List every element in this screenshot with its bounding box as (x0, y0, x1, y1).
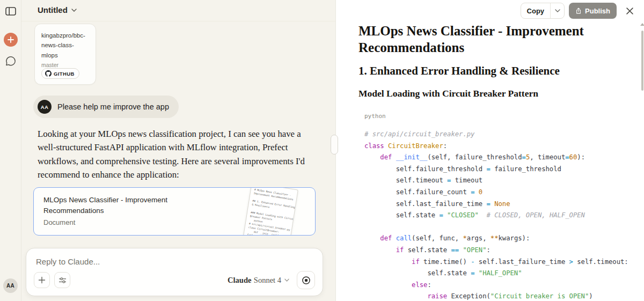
model-name: Claude (228, 276, 251, 284)
code-line: if self.state == "OPEN": (364, 245, 633, 256)
user-message-row: AA Please help me improve the app (33, 96, 179, 118)
github-icon (45, 70, 52, 77)
user-message-text: Please help me improve the app (57, 102, 169, 111)
document-title: MLOps News Classifier - Improvement Reco… (358, 23, 616, 56)
close-artifact-button[interactable] (622, 3, 637, 18)
code-block: # src/api/circuit_breaker.pyclass Circui… (364, 129, 633, 301)
artifact-scrollbar[interactable] (641, 31, 643, 91)
copy-split-button: Copy (521, 3, 565, 19)
record-icon (302, 276, 311, 285)
code-line: else: (364, 280, 633, 291)
artifact-toolbar: Copy Publish (521, 3, 637, 19)
app-window: AA Untitled kingabzpro/bbc-news-class-ml… (0, 0, 644, 301)
code-line: self.failure_count = 0 (364, 187, 633, 199)
voice-input-button[interactable] (297, 271, 315, 289)
artifact-card-type: Document (43, 218, 75, 226)
document-heading3: Model Loading with Circuit Breaker Patte… (358, 88, 538, 99)
user-message-bubble: AA Please help me improve the app (33, 96, 179, 118)
panel-resize-handle[interactable] (331, 135, 338, 155)
document-heading2: 1. Enhanced Error Handling & Resilience (358, 64, 560, 78)
header-divider (21, 21, 335, 21)
copy-button[interactable]: Copy (521, 3, 551, 18)
chevron-down-icon (555, 9, 560, 12)
model-selector[interactable]: Claude Sonnet 4 (228, 275, 289, 285)
github-badge: GITHUB (41, 68, 79, 79)
github-branch-label: master (41, 62, 90, 68)
code-line: self.last_failure_time = None (364, 199, 633, 210)
composer-toolbar: Claude Sonnet 4 (34, 271, 315, 289)
code-line: class CircuitBreaker: (364, 141, 633, 152)
left-rail: AA (0, 0, 21, 301)
sliders-icon (58, 277, 67, 284)
artifact-card-title: MLOps News Classifier - Improvement Reco… (43, 195, 194, 216)
user-account-avatar[interactable]: AA (3, 278, 18, 293)
assistant-response-text: Looking at your MLOps news classificatio… (38, 127, 319, 182)
code-language-label: python (364, 113, 386, 120)
close-icon (626, 8, 633, 14)
chevron-down-icon (71, 9, 77, 12)
new-chat-button[interactable] (4, 33, 18, 47)
chevron-down-icon (284, 278, 289, 282)
publish-label: Publish (585, 7, 610, 15)
reply-composer: Reply to Claude... Claude Sonnet 4 (26, 248, 323, 296)
artifact-scroll-up-arrow[interactable] (640, 23, 644, 26)
artifact-panel: Copy Publish MLOps News Classifier - Imp… (335, 0, 644, 301)
chats-icon[interactable] (5, 55, 17, 67)
reply-input[interactable]: Reply to Claude... (36, 257, 314, 266)
attach-button[interactable] (34, 272, 50, 288)
share-icon (575, 7, 582, 14)
user-avatar: AA (38, 100, 52, 114)
sidebar-toggle-icon[interactable] (5, 6, 17, 16)
conversation-title-dropdown[interactable]: Untitled (38, 5, 77, 14)
code-line: def __init__(self, failure_threshold=5, … (364, 152, 633, 164)
code-line: if time.time() - self.last_failure_time … (364, 256, 633, 268)
github-repo-card[interactable]: kingabzpro/bbc-news-class-mlops master G… (34, 24, 96, 85)
chat-panel: Untitled kingabzpro/bbc-news-class-mlops… (21, 0, 335, 301)
code-line: self.failure_threshold = failure_thresho… (364, 164, 633, 175)
code-line: self.state = "HALF_OPEN" (364, 268, 633, 280)
code-line (364, 222, 633, 233)
tools-button[interactable] (54, 272, 70, 288)
artifact-thumbnail: # MLOps News Classifier -Improvement Rec… (241, 187, 298, 236)
copy-options-button[interactable] (550, 3, 564, 18)
plus-icon (38, 276, 46, 284)
github-badge-label: GITHUB (54, 71, 75, 77)
code-line: raise Exception("Circuit breaker is OPEN… (364, 291, 633, 301)
publish-button[interactable]: Publish (569, 3, 617, 19)
code-line: self.state = "CLOSED" # CLOSED, OPEN, HA… (364, 210, 633, 222)
code-line: self.timeout = timeout (364, 175, 633, 187)
github-repo-name: kingabzpro/bbc-news-class-mlops (41, 31, 90, 60)
artifact-preview-card[interactable]: MLOps News Classifier - Improvement Reco… (33, 187, 316, 236)
code-line: # src/api/circuit_breaker.py (364, 129, 633, 141)
code-line: def call(self, func, *args, **kwargs): (364, 233, 633, 245)
conversation-title: Untitled (38, 5, 68, 14)
model-variant: Sonnet 4 (254, 276, 281, 284)
